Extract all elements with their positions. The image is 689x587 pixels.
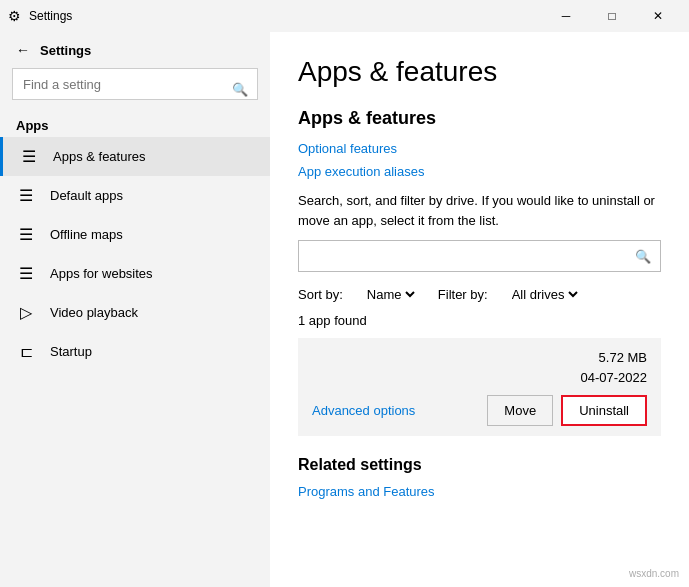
sidebar-item-label-startup: Startup (50, 344, 92, 359)
default-apps-icon: ☰ (16, 186, 36, 205)
sort-select[interactable]: Name (363, 286, 418, 303)
app-size: 5.72 MB (581, 348, 648, 368)
sidebar: ← Settings 🔍 Apps ☰ Apps & features ☰ De… (0, 32, 270, 587)
titlebar-left: ⚙ Settings (8, 8, 72, 24)
apps-for-websites-icon: ☰ (16, 264, 36, 283)
filter-select[interactable]: All drives (508, 286, 581, 303)
maximize-button[interactable]: □ (589, 0, 635, 32)
move-button[interactable]: Move (487, 395, 553, 426)
search-container: 🔍 (0, 68, 270, 110)
app-execution-aliases-link[interactable]: App execution aliases (298, 164, 661, 179)
sidebar-back-label: Settings (40, 43, 91, 58)
app-search-icon: 🔍 (635, 249, 651, 264)
sidebar-item-apps-for-websites[interactable]: ☰ Apps for websites (0, 254, 270, 293)
sidebar-item-apps-features[interactable]: ☰ Apps & features (0, 137, 270, 176)
app-date: 04-07-2022 (581, 368, 648, 388)
app-card-info: 5.72 MB 04-07-2022 (312, 348, 647, 387)
filter-label: Filter by: (438, 287, 488, 302)
watermark: wsxdn.com (629, 568, 679, 579)
titlebar-title: Settings (29, 9, 72, 23)
app-card-actions: Advanced options Move Uninstall (312, 395, 647, 426)
sidebar-back-button[interactable]: ← Settings (0, 32, 270, 68)
description-text: Search, sort, and filter by drive. If yo… (298, 191, 661, 230)
app-button-row: Move Uninstall (487, 395, 647, 426)
advanced-options-link[interactable]: Advanced options (312, 403, 415, 418)
app-card: 5.72 MB 04-07-2022 Advanced options Move… (298, 338, 661, 436)
sidebar-item-offline-maps[interactable]: ☰ Offline maps (0, 215, 270, 254)
sidebar-item-startup[interactable]: ⊏ Startup (0, 332, 270, 371)
filter-row: Sort by: Name Filter by: All drives (298, 286, 661, 303)
sidebar-item-default-apps[interactable]: ☰ Default apps (0, 176, 270, 215)
back-arrow-icon: ← (16, 42, 30, 58)
found-count: 1 app found (298, 313, 661, 328)
sidebar-item-video-playback[interactable]: ▷ Video playback (0, 293, 270, 332)
content-area: Apps & features Apps & features Optional… (270, 32, 689, 587)
sidebar-item-label-apps-features: Apps & features (53, 149, 146, 164)
related-settings-title: Related settings (298, 456, 661, 474)
app-container: ← Settings 🔍 Apps ☰ Apps & features ☰ De… (0, 32, 689, 587)
video-playback-icon: ▷ (16, 303, 36, 322)
titlebar: ⚙ Settings ─ □ ✕ (0, 0, 689, 32)
app-search-input[interactable] (298, 240, 661, 272)
close-button[interactable]: ✕ (635, 0, 681, 32)
titlebar-controls: ─ □ ✕ (543, 0, 681, 32)
offline-maps-icon: ☰ (16, 225, 36, 244)
minimize-button[interactable]: ─ (543, 0, 589, 32)
optional-features-link[interactable]: Optional features (298, 141, 661, 156)
uninstall-button[interactable]: Uninstall (561, 395, 647, 426)
sidebar-item-label-apps-for-websites: Apps for websites (50, 266, 153, 281)
section-title: Apps & features (298, 108, 661, 129)
sidebar-item-label-offline-maps: Offline maps (50, 227, 123, 242)
sidebar-item-label-default-apps: Default apps (50, 188, 123, 203)
settings-icon: ⚙ (8, 8, 21, 24)
app-search-container: 🔍 (298, 240, 661, 272)
search-input[interactable] (12, 68, 258, 100)
startup-icon: ⊏ (16, 342, 36, 361)
sidebar-item-label-video-playback: Video playback (50, 305, 138, 320)
programs-features-link[interactable]: Programs and Features (298, 484, 661, 499)
search-icon: 🔍 (232, 82, 248, 97)
sidebar-section-label: Apps (0, 110, 270, 137)
apps-features-icon: ☰ (19, 147, 39, 166)
page-title: Apps & features (298, 56, 661, 88)
sort-label: Sort by: (298, 287, 343, 302)
